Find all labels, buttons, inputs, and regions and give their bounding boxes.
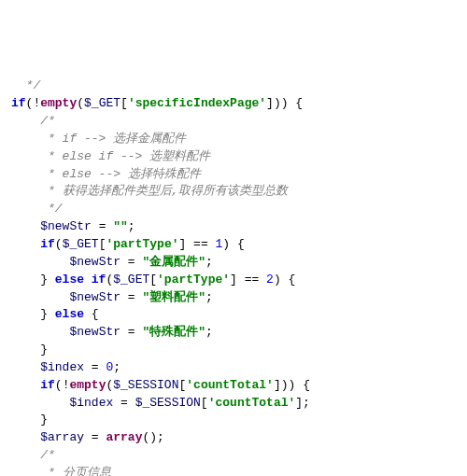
keyword-else: else: [55, 307, 84, 321]
key: 'specificIndexPage': [128, 96, 266, 110]
brace: {: [84, 307, 99, 321]
parens: ();: [142, 430, 163, 444]
paren: (: [77, 96, 84, 110]
assign: =: [92, 219, 113, 233]
var-index: $index: [40, 360, 84, 374]
key: 'countTotal': [208, 396, 296, 410]
var-newstr: $newStr: [40, 219, 92, 233]
indent: [11, 378, 40, 392]
assign: =: [113, 396, 134, 410]
comment-line: */: [11, 78, 40, 92]
string: "塑料配件": [142, 290, 205, 304]
var-get: $_GET: [113, 273, 149, 287]
op: (!: [26, 96, 41, 110]
semi: ;: [113, 360, 120, 374]
indent: [11, 219, 40, 233]
assign: =: [120, 325, 142, 339]
comment-line: */: [11, 202, 63, 216]
indent: [11, 360, 40, 374]
paren: (: [55, 237, 63, 251]
comment-line: * else --> 选择特殊配件: [11, 167, 201, 181]
key: 'partType': [157, 273, 230, 287]
var-newstr: $newStr: [69, 325, 120, 339]
cmp: ] ==: [230, 273, 266, 287]
bracket: [: [201, 396, 208, 410]
keyword-if: if: [40, 237, 55, 251]
fn-array: array: [106, 430, 142, 444]
var-session: $_SESSION: [135, 396, 201, 410]
assign: =: [84, 360, 106, 374]
indent: [11, 396, 69, 410]
comment-line: * 分页信息: [11, 466, 111, 476]
close: ])) {: [266, 96, 303, 110]
brace: ) {: [222, 237, 244, 251]
bracket: [: [149, 273, 157, 287]
string: "": [113, 219, 128, 233]
keyword-if: if: [11, 96, 26, 110]
bracket: [: [120, 96, 128, 110]
keyword-elseif: else if: [55, 273, 106, 287]
comment-line: /*: [11, 114, 55, 128]
var-get: $_GET: [63, 237, 99, 251]
close: ])) {: [274, 378, 310, 392]
assign: =: [120, 290, 142, 304]
comment-line: * 获得选择配件类型后,取得所有该类型总数: [11, 184, 288, 198]
semi: ;: [128, 219, 135, 233]
fn-empty: empty: [69, 378, 106, 392]
var-array: $array: [40, 430, 84, 444]
key: 'countTotal': [186, 378, 274, 392]
indent: [11, 290, 69, 304]
keyword-if: if: [40, 378, 55, 392]
brace: }: [11, 273, 55, 287]
assign: =: [120, 255, 142, 269]
brace: ) {: [274, 273, 295, 287]
comment-line: * if --> 选择金属配件: [11, 132, 186, 146]
var-session: $_SESSION: [113, 378, 178, 392]
brace: }: [11, 413, 48, 427]
semi: ;: [205, 290, 213, 304]
op: (!: [55, 378, 70, 392]
string: "金属配件": [142, 255, 205, 269]
semi: ;: [205, 255, 213, 269]
string: "特殊配件": [142, 325, 205, 339]
num: 2: [266, 273, 274, 287]
var-index: $index: [69, 396, 113, 410]
var-newstr: $newStr: [69, 290, 120, 304]
indent: [11, 325, 69, 339]
brace: }: [11, 307, 55, 321]
close: ];: [295, 396, 310, 410]
assign: =: [84, 430, 106, 444]
var-newstr: $newStr: [69, 255, 120, 269]
indent: [11, 237, 40, 251]
indent: [11, 430, 40, 444]
code-block: */ if(!empty($_GET['specificIndexPage'])…: [11, 77, 456, 476]
var-get: $_GET: [84, 96, 120, 110]
comment-line: /*: [11, 448, 55, 462]
fn-empty: empty: [40, 96, 77, 110]
cmp: ] ==: [178, 237, 215, 251]
comment-line: * else if --> 选塑料配件: [11, 149, 210, 163]
key: 'partType': [106, 237, 178, 251]
indent: [11, 255, 69, 269]
brace: }: [11, 343, 48, 357]
semi: ;: [205, 325, 213, 339]
